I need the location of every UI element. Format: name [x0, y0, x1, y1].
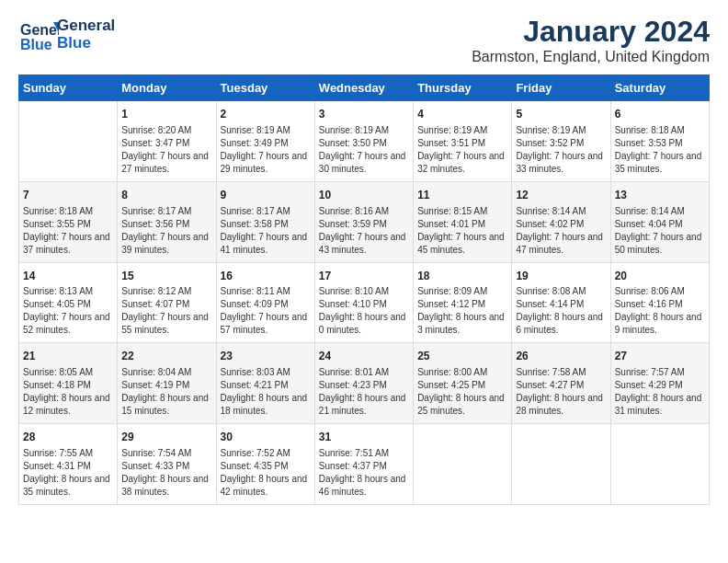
calendar-cell: 28Sunrise: 7:55 AMSunset: 4:31 PMDayligh…: [19, 424, 118, 505]
calendar-cell: 25Sunrise: 8:00 AMSunset: 4:25 PMDayligh…: [414, 343, 512, 424]
calendar-week-3: 14Sunrise: 8:13 AMSunset: 4:05 PMDayligh…: [19, 262, 710, 343]
calendar-cell: 23Sunrise: 8:03 AMSunset: 4:21 PMDayligh…: [216, 343, 314, 424]
day-info: Sunrise: 7:54 AMSunset: 4:33 PMDaylight:…: [121, 447, 211, 499]
day-number: 3: [319, 107, 409, 122]
calendar-table: SundayMondayTuesdayWednesdayThursdayFrid…: [18, 75, 710, 505]
day-info: Sunrise: 8:12 AMSunset: 4:07 PMDaylight:…: [121, 285, 211, 337]
calendar-cell: 6Sunrise: 8:18 AMSunset: 3:53 PMDaylight…: [610, 101, 709, 182]
day-number: 22: [121, 349, 211, 364]
calendar-cell: 31Sunrise: 7:51 AMSunset: 4:37 PMDayligh…: [314, 424, 413, 505]
day-number: 12: [516, 188, 606, 203]
calendar-cell: 26Sunrise: 7:58 AMSunset: 4:27 PMDayligh…: [512, 343, 610, 424]
day-number: 14: [23, 269, 113, 284]
calendar-cell: 13Sunrise: 8:14 AMSunset: 4:04 PMDayligh…: [610, 181, 709, 262]
day-number: 13: [615, 188, 705, 203]
month-title: January 2024: [472, 15, 710, 49]
day-info: Sunrise: 8:17 AMSunset: 3:56 PMDaylight:…: [121, 205, 211, 257]
day-number: 26: [516, 349, 606, 364]
calendar-cell: 20Sunrise: 8:06 AMSunset: 4:16 PMDayligh…: [610, 262, 709, 343]
calendar-cell: 15Sunrise: 8:12 AMSunset: 4:07 PMDayligh…: [118, 262, 216, 343]
day-info: Sunrise: 8:00 AMSunset: 4:25 PMDaylight:…: [417, 366, 507, 418]
day-number: 21: [23, 349, 113, 364]
day-info: Sunrise: 8:09 AMSunset: 4:12 PMDaylight:…: [417, 285, 507, 337]
day-info: Sunrise: 8:19 AMSunset: 3:51 PMDaylight:…: [417, 124, 507, 176]
calendar-week-4: 21Sunrise: 8:05 AMSunset: 4:18 PMDayligh…: [19, 343, 710, 424]
day-number: 1: [121, 107, 211, 122]
day-info: Sunrise: 8:15 AMSunset: 4:01 PMDaylight:…: [417, 205, 507, 257]
day-info: Sunrise: 8:18 AMSunset: 3:53 PMDaylight:…: [615, 124, 705, 176]
day-info: Sunrise: 8:05 AMSunset: 4:18 PMDaylight:…: [23, 366, 113, 418]
day-info: Sunrise: 8:19 AMSunset: 3:49 PMDaylight:…: [221, 124, 311, 176]
calendar-week-2: 7Sunrise: 8:18 AMSunset: 3:55 PMDaylight…: [19, 181, 710, 262]
day-info: Sunrise: 8:11 AMSunset: 4:09 PMDaylight:…: [221, 285, 311, 337]
calendar-cell: 16Sunrise: 8:11 AMSunset: 4:09 PMDayligh…: [216, 262, 314, 343]
calendar-cell: 24Sunrise: 8:01 AMSunset: 4:23 PMDayligh…: [314, 343, 413, 424]
header-day-sunday: Sunday: [19, 75, 118, 101]
calendar-cell: [512, 424, 610, 505]
calendar-header-row: SundayMondayTuesdayWednesdayThursdayFrid…: [19, 75, 710, 101]
day-info: Sunrise: 8:19 AMSunset: 3:50 PMDaylight:…: [319, 124, 409, 176]
day-number: 20: [615, 269, 705, 284]
day-info: Sunrise: 8:08 AMSunset: 4:14 PMDaylight:…: [516, 285, 606, 337]
day-number: 15: [121, 269, 211, 284]
day-info: Sunrise: 8:14 AMSunset: 4:04 PMDaylight:…: [615, 205, 705, 257]
calendar-cell: 29Sunrise: 7:54 AMSunset: 4:33 PMDayligh…: [118, 424, 216, 505]
day-info: Sunrise: 8:14 AMSunset: 4:02 PMDaylight:…: [516, 205, 606, 257]
location-title: Barmston, England, United Kingdom: [472, 49, 710, 65]
calendar-cell: 8Sunrise: 8:17 AMSunset: 3:56 PMDaylight…: [118, 181, 216, 262]
calendar-cell: 3Sunrise: 8:19 AMSunset: 3:50 PMDaylight…: [314, 101, 413, 182]
day-number: 9: [221, 188, 311, 203]
day-info: Sunrise: 7:55 AMSunset: 4:31 PMDaylight:…: [23, 447, 113, 499]
calendar-cell: 19Sunrise: 8:08 AMSunset: 4:14 PMDayligh…: [512, 262, 610, 343]
day-number: 8: [121, 188, 211, 203]
calendar-cell: 21Sunrise: 8:05 AMSunset: 4:18 PMDayligh…: [19, 343, 118, 424]
calendar-cell: 30Sunrise: 7:52 AMSunset: 4:35 PMDayligh…: [216, 424, 314, 505]
calendar-cell: 9Sunrise: 8:17 AMSunset: 3:58 PMDaylight…: [216, 181, 314, 262]
day-number: 4: [417, 107, 507, 122]
svg-text:General: General: [20, 22, 59, 38]
day-info: Sunrise: 8:04 AMSunset: 4:19 PMDaylight:…: [121, 366, 211, 418]
calendar-cell: 5Sunrise: 8:19 AMSunset: 3:52 PMDaylight…: [512, 101, 610, 182]
header-day-thursday: Thursday: [414, 75, 512, 101]
day-number: 30: [221, 430, 311, 445]
calendar-cell: [19, 101, 118, 182]
calendar-cell: 1Sunrise: 8:20 AMSunset: 3:47 PMDaylight…: [118, 101, 216, 182]
title-area: January 2024 Barmston, England, United K…: [472, 15, 710, 65]
calendar-cell: 12Sunrise: 8:14 AMSunset: 4:02 PMDayligh…: [512, 181, 610, 262]
day-number: 19: [516, 269, 606, 284]
day-info: Sunrise: 8:10 AMSunset: 4:10 PMDaylight:…: [319, 285, 409, 337]
day-info: Sunrise: 7:57 AMSunset: 4:29 PMDaylight:…: [615, 366, 705, 418]
header-day-saturday: Saturday: [610, 75, 709, 101]
day-number: 29: [121, 430, 211, 445]
calendar-week-5: 28Sunrise: 7:55 AMSunset: 4:31 PMDayligh…: [19, 424, 710, 505]
day-number: 7: [23, 188, 113, 203]
calendar-cell: 10Sunrise: 8:16 AMSunset: 3:59 PMDayligh…: [314, 181, 413, 262]
day-number: 31: [319, 430, 409, 445]
day-info: Sunrise: 8:20 AMSunset: 3:47 PMDaylight:…: [121, 124, 211, 176]
header-day-tuesday: Tuesday: [216, 75, 314, 101]
header-day-friday: Friday: [512, 75, 610, 101]
day-info: Sunrise: 8:17 AMSunset: 3:58 PMDaylight:…: [221, 205, 311, 257]
day-number: 25: [417, 349, 507, 364]
calendar-cell: 17Sunrise: 8:10 AMSunset: 4:10 PMDayligh…: [314, 262, 413, 343]
day-info: Sunrise: 8:13 AMSunset: 4:05 PMDaylight:…: [23, 285, 113, 337]
day-number: 23: [221, 349, 311, 364]
logo-general: General: [57, 17, 115, 35]
header-day-monday: Monday: [118, 75, 216, 101]
calendar-cell: 22Sunrise: 8:04 AMSunset: 4:19 PMDayligh…: [118, 343, 216, 424]
day-info: Sunrise: 8:03 AMSunset: 4:21 PMDaylight:…: [221, 366, 311, 418]
day-number: 28: [23, 430, 113, 445]
day-info: Sunrise: 7:58 AMSunset: 4:27 PMDaylight:…: [516, 366, 606, 418]
calendar-cell: [414, 424, 512, 505]
calendar-cell: 11Sunrise: 8:15 AMSunset: 4:01 PMDayligh…: [414, 181, 512, 262]
day-info: Sunrise: 8:01 AMSunset: 4:23 PMDaylight:…: [319, 366, 409, 418]
calendar-body: 1Sunrise: 8:20 AMSunset: 3:47 PMDaylight…: [19, 101, 710, 505]
calendar-cell: [610, 424, 709, 505]
calendar-cell: 18Sunrise: 8:09 AMSunset: 4:12 PMDayligh…: [414, 262, 512, 343]
day-info: Sunrise: 8:18 AMSunset: 3:55 PMDaylight:…: [23, 205, 113, 257]
day-info: Sunrise: 7:52 AMSunset: 4:35 PMDaylight:…: [221, 447, 311, 499]
day-info: Sunrise: 8:19 AMSunset: 3:52 PMDaylight:…: [516, 124, 606, 176]
day-info: Sunrise: 8:06 AMSunset: 4:16 PMDaylight:…: [615, 285, 705, 337]
day-info: Sunrise: 8:16 AMSunset: 3:59 PMDaylight:…: [319, 205, 409, 257]
calendar-cell: 2Sunrise: 8:19 AMSunset: 3:49 PMDaylight…: [216, 101, 314, 182]
